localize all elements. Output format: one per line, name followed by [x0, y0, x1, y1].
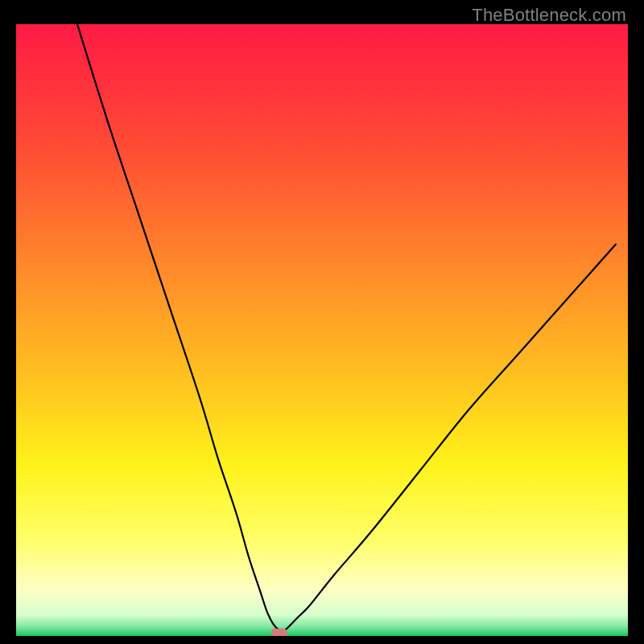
- bottleneck-chart: [16, 24, 628, 636]
- optimal-marker: [271, 629, 287, 636]
- plot-frame: [16, 24, 628, 636]
- gradient-background: [16, 24, 628, 636]
- watermark-label: TheBottleneck.com: [472, 5, 626, 26]
